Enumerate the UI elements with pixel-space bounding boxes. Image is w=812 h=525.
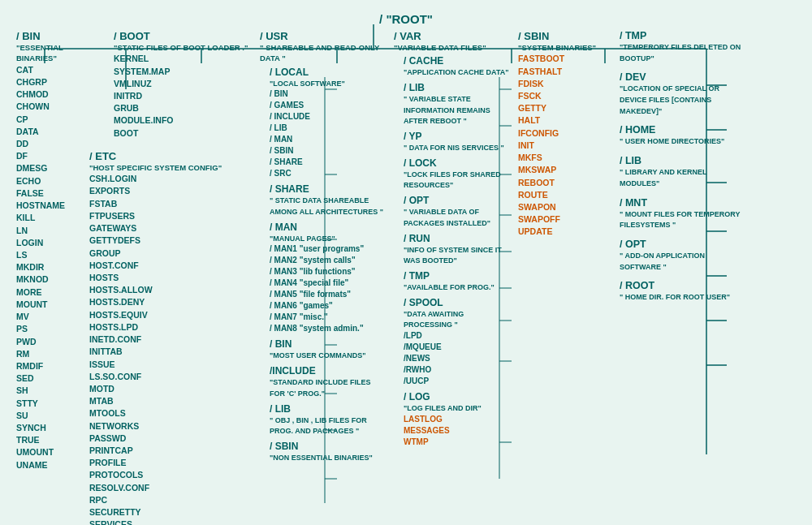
usr-sbin-title: / SBIN bbox=[270, 441, 298, 452]
sbin-section: / SBIN "SYSTEM BINARIES" FASTBOOT FASTHA… bbox=[518, 30, 607, 239]
right-column: / TMP "TEMPERORY FILES DELETED ON BOOTUP… bbox=[620, 30, 741, 311]
usr-lib-title: / LIB bbox=[270, 403, 291, 415]
page-container: / "ROOT" / BIN "ESSENTIAL BINARIES" CAT … bbox=[0, 0, 812, 525]
var-yp-title: / YP bbox=[404, 131, 421, 142]
var-run-title: / RUN bbox=[404, 233, 430, 244]
var-cache-desc: "APPLICATION CACHE DATA" bbox=[404, 68, 509, 76]
var-log-title: / LOG bbox=[404, 391, 430, 402]
usr-include-desc: "STANDARD INCLUDE FILES FOR 'C' PROG." bbox=[270, 378, 371, 398]
right-lib-section: / LIB " LIBRARY AND KERNEL MODULES" bbox=[620, 155, 741, 188]
boot-files: KERNEL SYSTEM.MAP VMLINUZ INITRD GRUB MO… bbox=[114, 53, 252, 140]
sbin-files: FASTBOOT FASTHALT FDISK FSCK GETTY HALT … bbox=[518, 53, 607, 238]
var-log-section: / LOG "LOG FILES AND DIR" LASTLOG MESSAG… bbox=[404, 391, 512, 448]
var-spool-title: / SPOOL bbox=[404, 297, 443, 308]
usr-include-title: /INCLUDE bbox=[270, 365, 316, 377]
var-title: / VAR bbox=[394, 30, 421, 42]
usr-share-title: / SHARE bbox=[270, 183, 309, 195]
usr-share-section: / SHARE " STATIC DATA SHAREABLE AMONG AL… bbox=[270, 183, 386, 217]
usr-man-items: / MAN1 "user programs" / MAN2 "system ca… bbox=[270, 243, 386, 334]
usr-lib-desc: " OBJ , BIN , LIB FILES FOR PROG. AND PA… bbox=[270, 416, 367, 436]
right-opt-section: / OPT " ADD-ON APPLICATION SOFTWARE " bbox=[620, 239, 741, 272]
right-mnt-section: / MNT " MOUNT FILES FOR TEMPERORY FILESY… bbox=[620, 197, 741, 230]
main-layout: / BIN "ESSENTIAL BINARIES" CAT CHGRP CHM… bbox=[8, 30, 804, 525]
boot-desc: "STATIC FILES OF BOOT LOADER ." bbox=[114, 43, 248, 52]
right-home-section: / HOME " USER HOME DIRECTORIES" bbox=[620, 124, 741, 147]
right-lib-title: / LIB bbox=[620, 155, 641, 166]
var-lib-section: / LIB " VARIABLE STATE INFORMATION REMAI… bbox=[404, 82, 512, 127]
var-lib-desc: " VARIABLE STATE INFORMATION REMAINS AFT… bbox=[404, 95, 490, 125]
usr-local-items: / BIN / GAMES / INCLUDE / LIB / MAN / SB… bbox=[270, 88, 386, 179]
var-column: / VAR "VARIABLE DATA FILES" / CACHE "APP… bbox=[394, 30, 512, 454]
usr-sbin-desc: "NON ESSENTIAL BINARIES" bbox=[270, 454, 373, 462]
right-dev-desc: "LOCATION OF SPECIAL OR DEVICE FILES [CO… bbox=[620, 84, 719, 114]
var-lock-title: / LOCK bbox=[404, 157, 437, 169]
var-lock-desc: "LOCK FILES FOR SHARED RESOURCES" bbox=[404, 170, 501, 190]
bin-column: / BIN "ESSENTIAL BINARIES" CAT CHGRP CHM… bbox=[12, 30, 85, 478]
sbin-desc: "SYSTEM BINARIES" bbox=[518, 43, 596, 52]
boot-section: / BOOT "STATIC FILES OF BOOT LOADER ." K… bbox=[114, 30, 252, 140]
sbin-column: / SBIN "SYSTEM BINARIES" FASTBOOT FASTHA… bbox=[518, 30, 607, 245]
var-tmp-section: / TMP "AVAILABLE FOR PROG." bbox=[404, 270, 512, 293]
usr-local-title: / LOCAL bbox=[270, 67, 309, 78]
var-run-desc: "INFO OF SYSTEM SINCE IT WAS BOOTED" bbox=[404, 246, 502, 265]
boot-etc-column: / BOOT "STATIC FILES OF BOOT LOADER ." K… bbox=[89, 30, 252, 525]
usr-share-desc: " STATIC DATA SHAREABLE AMONG ALL ARCHIT… bbox=[270, 196, 383, 216]
usr-title: / USR bbox=[260, 30, 288, 42]
right-dev-title: / DEV bbox=[620, 71, 646, 83]
right-dev-section: / DEV "LOCATION OF SPECIAL OR DEVICE FIL… bbox=[620, 71, 741, 116]
var-spool-items: /LPD /MQUEUE /NEWS /RWHO /UUCP bbox=[404, 330, 512, 387]
bin-title: / BIN bbox=[16, 30, 41, 42]
var-lock-section: / LOCK "LOCK FILES FOR SHARED RESOURCES" bbox=[404, 157, 512, 191]
var-tmp-desc: "AVAILABLE FOR PROG." bbox=[404, 283, 495, 291]
etc-desc: "HOST SPECIFIC SYSTEM CONFIG" bbox=[89, 163, 222, 172]
right-opt-desc: " ADD-ON APPLICATION SOFTWARE " bbox=[620, 252, 705, 271]
var-opt-section: / OPT " VARIABLE DATA OF PACKAGES INSTAL… bbox=[404, 195, 512, 228]
usr-lib-section: / LIB " OBJ , BIN , LIB FILES FOR PROG. … bbox=[270, 403, 386, 437]
var-yp-desc: " DATA FOR NIS SERVICES " bbox=[404, 144, 504, 152]
var-section: / VAR "VARIABLE DATA FILES" / CACHE "APP… bbox=[394, 30, 512, 448]
right-root-title: / ROOT bbox=[620, 280, 654, 291]
var-spool-desc: "DATA AWAITING PROCESSING " bbox=[404, 310, 464, 329]
usr-section: / USR " SHAREABLE AND READ-ONLY DATA " /… bbox=[260, 30, 386, 463]
var-spool-section: / SPOOL "DATA AWAITING PROCESSING " /LPD… bbox=[404, 297, 512, 387]
right-lib-desc: " LIBRARY AND KERNEL MODULES" bbox=[620, 168, 706, 187]
var-log-items: LASTLOG MESSAGES WTMP bbox=[404, 414, 512, 448]
usr-bin-title: / BIN bbox=[270, 338, 292, 350]
var-lib-title: / LIB bbox=[404, 82, 425, 93]
var-yp-section: / YP " DATA FOR NIS SERVICES " bbox=[404, 131, 512, 153]
var-cache-section: / CACHE "APPLICATION CACHE DATA" bbox=[404, 55, 512, 78]
usr-desc: " SHAREABLE AND READ-ONLY DATA " bbox=[260, 43, 379, 62]
var-run-section: / RUN "INFO OF SYSTEM SINCE IT WAS BOOTE… bbox=[404, 233, 512, 266]
bin-section: / BIN "ESSENTIAL BINARIES" CAT CHGRP CHM… bbox=[16, 30, 85, 471]
etc-title: / ETC bbox=[89, 150, 116, 162]
root-label: / "ROOT" bbox=[8, 8, 804, 26]
usr-column: / USR " SHAREABLE AND READ-ONLY DATA " /… bbox=[260, 30, 386, 470]
boot-title: / BOOT bbox=[114, 30, 150, 42]
var-log-desc: "LOG FILES AND DIR" bbox=[404, 404, 482, 412]
usr-include-section: /INCLUDE "STANDARD INCLUDE FILES FOR 'C'… bbox=[270, 365, 386, 398]
right-root-desc: " HOME DIR. FOR ROOT USER" bbox=[620, 293, 730, 301]
usr-man-desc: "MANUAL PAGES" bbox=[270, 235, 335, 243]
right-mnt-title: / MNT bbox=[620, 197, 647, 209]
var-cache-title: / CACHE bbox=[404, 55, 443, 67]
usr-man-title: / MAN bbox=[270, 222, 297, 233]
right-mnt-desc: " MOUNT FILES FOR TEMPERORY FILESYSTEMS … bbox=[620, 210, 740, 230]
usr-bin-desc: "MOST USER COMMANDS" bbox=[270, 351, 366, 359]
etc-section: / ETC "HOST SPECIFIC SYSTEM CONFIG" CSH.… bbox=[89, 150, 252, 525]
right-home-title: / HOME bbox=[620, 124, 655, 136]
right-root-section: / ROOT " HOME DIR. FOR ROOT USER" bbox=[620, 280, 741, 303]
right-tmp-title: / TMP bbox=[620, 30, 646, 41]
right-tmp-desc: "TEMPERORY FILES DELETED ON BOOTUP" bbox=[620, 43, 741, 62]
right-tmp-section: / TMP "TEMPERORY FILES DELETED ON BOOTUP… bbox=[620, 30, 741, 63]
var-opt-desc: " VARIABLE DATA OF PACKAGES INSTALLED" bbox=[404, 208, 490, 227]
bin-files: CAT CHGRP CHMOD CHOWN CP DATA DD DF DMES… bbox=[16, 64, 85, 471]
usr-local-section: / LOCAL "LOCAL SOFTWARE" / BIN / GAMES /… bbox=[270, 67, 386, 180]
var-opt-title: / OPT bbox=[404, 195, 429, 206]
usr-local-desc: "LOCAL SOFTWARE" bbox=[270, 80, 345, 88]
usr-man-section: / MAN "MANUAL PAGES" / MAN1 "user progra… bbox=[270, 222, 386, 335]
bin-desc: "ESSENTIAL BINARIES" bbox=[16, 43, 63, 62]
etc-files: CSH.LOGIN EXPORTS FSTAB FTPUSERS GATEWAY… bbox=[89, 173, 252, 525]
var-desc: "VARIABLE DATA FILES" bbox=[394, 43, 486, 52]
usr-sbin-section: / SBIN "NON ESSENTIAL BINARIES" bbox=[270, 441, 386, 463]
sbin-title: / SBIN bbox=[518, 30, 549, 42]
